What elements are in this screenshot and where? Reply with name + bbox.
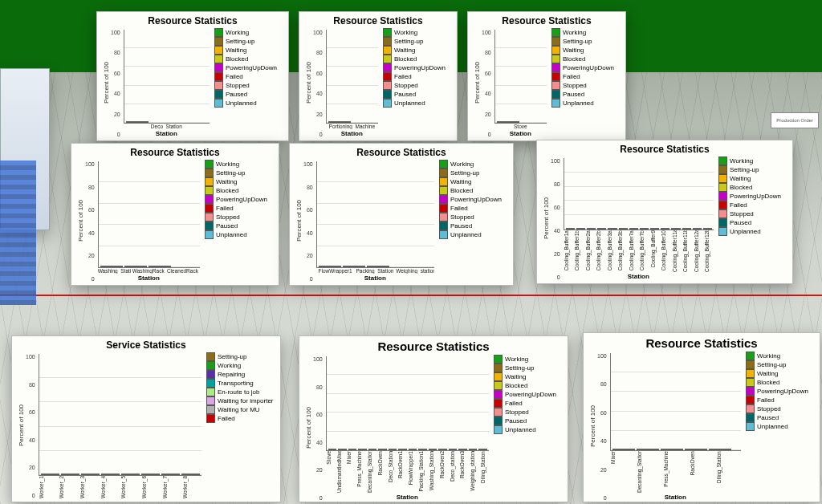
chart-bar xyxy=(597,228,606,230)
chart-legend: WorkingSetting-upWaitingBlockedPoweringU… xyxy=(715,156,787,280)
chart-legend: Setting-upWorkingRepairingTransportingEn… xyxy=(203,352,275,498)
legend-swatch xyxy=(206,388,215,396)
chart-bar xyxy=(576,228,585,230)
legend-label: Waiting xyxy=(394,46,415,55)
gridlines xyxy=(327,30,378,123)
legend-item: Waiting xyxy=(718,174,787,183)
chart-panel-p3: Resource StatisticsPercent of 1001008060… xyxy=(467,11,626,141)
legend-label: Waiting xyxy=(226,46,246,55)
legend-label: Setting-up xyxy=(226,37,254,46)
legend-item: Waiting xyxy=(439,177,508,186)
legend-swatch xyxy=(206,352,215,361)
legend-label: PoweringUpDown xyxy=(505,390,556,399)
chart-panel-p6: Resource StatisticsPercent of 1001008060… xyxy=(536,140,793,284)
chart-bar xyxy=(587,228,596,230)
gridlines xyxy=(317,161,434,267)
legend-item: Failed xyxy=(551,72,621,81)
chart-bar xyxy=(378,449,387,450)
legend-label: Waiting xyxy=(563,46,584,55)
legend-item: Paused xyxy=(214,90,283,99)
legend-item: Failed xyxy=(494,399,563,408)
legend-label: En-route to job xyxy=(218,388,259,396)
gridlines xyxy=(39,354,201,475)
legend-item: Stopped xyxy=(214,81,283,90)
chart-bar xyxy=(149,266,171,267)
chart-title: Service Statistics xyxy=(17,339,275,351)
legend-label: Failed xyxy=(226,72,243,81)
y-axis-label: Percent of 100 xyxy=(304,28,313,137)
legend-swatch xyxy=(383,90,392,99)
legend-swatch xyxy=(551,28,560,37)
legend-swatch xyxy=(439,195,448,204)
gridlines xyxy=(124,30,210,123)
legend-swatch xyxy=(383,55,392,63)
legend-swatch xyxy=(494,417,503,425)
chart-bar xyxy=(319,266,341,267)
legend-label: PoweringUpDown xyxy=(450,195,502,204)
legend-label: Failed xyxy=(730,201,747,209)
legend-label: Unplanned xyxy=(394,99,425,108)
y-axis-ticks: 100806040200 xyxy=(597,352,608,501)
legend-label: Waiting for importer xyxy=(218,396,274,405)
legend-label: PoweringUpDown xyxy=(226,63,277,72)
legend-swatch xyxy=(214,55,223,63)
legend-item: Unplanned xyxy=(551,99,621,108)
legend-swatch xyxy=(214,37,223,46)
legend-swatch xyxy=(494,364,503,372)
legend-label: Blocked xyxy=(505,381,527,390)
legend-swatch xyxy=(718,209,727,218)
chart-bar xyxy=(398,449,407,450)
chart-bar xyxy=(126,121,149,123)
chart-legend: WorkingSetting-upWaitingBlockedPoweringU… xyxy=(201,160,274,282)
legend-item: Stopped xyxy=(205,213,274,222)
legend-label: Paused xyxy=(730,218,751,227)
chart-title: Resource Statistics xyxy=(473,15,621,26)
y-axis-ticks: 100806040200 xyxy=(313,355,324,501)
x-axis-ticks: Washing_StationWashingRack_StoreCleanedR… xyxy=(96,268,201,274)
legend-swatch xyxy=(383,72,392,81)
legend-swatch xyxy=(551,37,560,46)
chart-plot-area xyxy=(124,30,210,124)
legend-label: Setting-up xyxy=(218,352,246,361)
legend-swatch xyxy=(383,81,392,90)
chart-bar xyxy=(671,228,680,230)
legend-swatch xyxy=(205,160,214,169)
y-axis-ticks: 100806040200 xyxy=(303,160,315,282)
chart-plot-area xyxy=(316,161,434,268)
legend-swatch xyxy=(214,28,223,37)
chart-bar xyxy=(661,449,683,450)
y-axis-label: Percent of 100 xyxy=(17,352,26,498)
legend-item: Waiting xyxy=(494,372,563,381)
legend-label: Failed xyxy=(757,396,775,404)
chart-bar xyxy=(478,449,487,450)
y-axis-ticks: 100806040200 xyxy=(111,28,122,137)
chart-bar xyxy=(438,449,447,450)
legend-label: Waiting xyxy=(730,174,751,183)
legend-item: Repairing xyxy=(206,370,275,379)
chart-bar xyxy=(497,121,519,123)
gridlines xyxy=(611,353,741,450)
legend-item: Setting-up xyxy=(746,360,815,369)
legend-item: Working xyxy=(551,28,621,37)
legend-item: Working xyxy=(494,355,563,364)
legend-swatch xyxy=(205,186,214,195)
chart-plot-area xyxy=(39,354,201,476)
legend-swatch xyxy=(551,90,560,99)
chart-bar xyxy=(367,266,389,267)
legend-swatch xyxy=(551,81,560,90)
x-axis-ticks: Cooling_Buffer1aCooling_Buffer1bCooling_… xyxy=(562,230,715,272)
legend-item: Paused xyxy=(205,222,274,230)
legend-item: Setting-up xyxy=(205,169,274,177)
storage-rack-3d xyxy=(0,161,36,305)
legend-label: Setting-up xyxy=(505,364,534,372)
chart-bar xyxy=(449,449,458,450)
legend-swatch xyxy=(746,396,755,404)
chart-panel-p2: Resource StatisticsPercent of 1001008060… xyxy=(299,11,458,141)
legend-label: Unplanned xyxy=(226,99,257,108)
legend-label: Setting-up xyxy=(394,37,423,46)
legend-swatch xyxy=(746,352,755,360)
legend-swatch xyxy=(439,230,448,239)
legend-label: Waiting xyxy=(216,177,237,186)
chart-panel-p9: Resource StatisticsPercent of 1001008060… xyxy=(583,332,820,502)
legend-item: PoweringUpDown xyxy=(205,195,274,204)
